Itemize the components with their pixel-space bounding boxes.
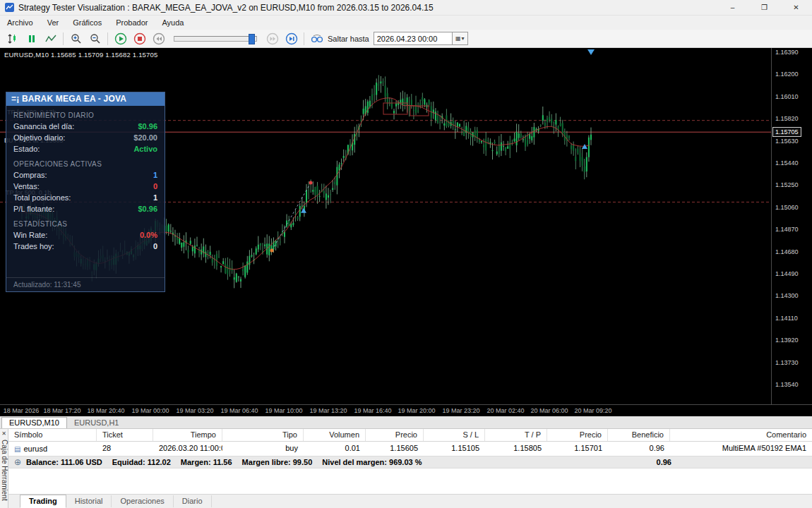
- col-precio: Precio: [366, 429, 424, 441]
- time-axis-label: 18 Mar 17:20: [43, 407, 80, 414]
- ea-panel-row: Total posiciones:1: [6, 192, 165, 203]
- ea-panel-row: P/L flotante:$0.96: [6, 203, 165, 214]
- tab-trading[interactable]: Trading: [20, 495, 66, 508]
- menu-ayuda[interactable]: Ayuda: [155, 17, 191, 28]
- menu-ver[interactable]: Ver: [40, 17, 66, 28]
- toolbar-separator: [304, 32, 304, 45]
- ea-updated-time: Actualizado: 11:31:45: [6, 277, 165, 291]
- speed-slider-handle[interactable]: [249, 34, 255, 44]
- ea-section-stats: ESTADÍSTICAS: [13, 220, 157, 228]
- skip-to-end-icon: [285, 32, 298, 45]
- close-button[interactable]: ✕: [780, 0, 812, 16]
- ea-section-operations: OPERACIONES ACTIVAS: [13, 160, 157, 168]
- toolbox-panel: ✕ Caja de Herramient Símbolo Ticket Tiem…: [0, 429, 812, 508]
- total-profit-value: 0.96: [657, 458, 671, 466]
- time-axis-label: 19 Mar 23:20: [442, 407, 479, 414]
- calendar-dropdown-button[interactable]: ▦▾: [453, 32, 468, 45]
- menu-probador[interactable]: Probador: [109, 17, 155, 28]
- rewind-button[interactable]: [149, 30, 168, 47]
- pause-icon: [27, 34, 37, 44]
- jump-to-label: Saltar hasta: [328, 35, 369, 43]
- trade-row[interactable]: ▤eurusd 28 2026.03.20 11:00:00 buy 0.01 …: [8, 442, 812, 456]
- chart-scale-button[interactable]: [3, 30, 22, 47]
- chart-tab-bar: EURUSD,M10 EURUSD,H1: [0, 416, 812, 429]
- ea-dashboard-panel: =¡ BARAK MEGA EA - JOVA RENDIMIENTO DIAR…: [6, 92, 165, 292]
- tab-diario[interactable]: Diario: [174, 495, 212, 507]
- balance-value: Balance: 111.06 USD: [26, 458, 102, 466]
- chart-tab-eurusd-m10[interactable]: EURUSD,M10: [1, 417, 67, 428]
- menu-graficos[interactable]: Gráficos: [66, 17, 109, 28]
- indicator-button[interactable]: [41, 30, 60, 47]
- chart-tab-eurusd-h1[interactable]: EURUSD,H1: [67, 418, 126, 428]
- time-axis-label: 19 Mar 20:00: [398, 407, 435, 414]
- ea-panel-row: Trades hoy:0: [6, 241, 165, 252]
- ea-panel-row: Ventas:0: [6, 181, 165, 192]
- time-axis-label: 19 Mar 00:00: [131, 407, 169, 414]
- time-axis-label: 19 Mar 16:40: [354, 407, 391, 414]
- price-axis-label: 1.13730: [775, 359, 799, 366]
- trade-type: buy: [222, 442, 304, 456]
- chart-scale-icon: [7, 33, 18, 44]
- col-beneficio: Beneficio: [608, 429, 670, 441]
- trade-time: 2026.03.20 11:00:00: [153, 442, 222, 456]
- tab-historial[interactable]: Historial: [66, 495, 112, 507]
- calendar-icon: ▦: [455, 35, 461, 42]
- step-forward-button[interactable]: [263, 30, 282, 47]
- price-axis-label: 1.14870: [775, 226, 799, 233]
- time-axis-label: 19 Mar 03:20: [176, 407, 213, 414]
- ea-section-daily: RENDIMIENTO DIARIO: [13, 111, 157, 119]
- ea-panel-row: Ganancia del día:$0.96: [6, 121, 165, 132]
- time-axis-label: 20 Mar 06:00: [530, 407, 568, 414]
- tab-operaciones[interactable]: Operaciones: [112, 495, 173, 507]
- time-axis-label: 19 Mar 13:20: [309, 407, 347, 414]
- time-axis[interactable]: 18 Mar 202618 Mar 17:2018 Mar 20:4019 Ma…: [0, 404, 812, 416]
- skip-to-end-button[interactable]: [282, 30, 301, 47]
- time-axis-label: 20 Mar 09:20: [574, 407, 611, 414]
- time-axis-label: 19 Mar 06:40: [220, 407, 258, 414]
- stop-icon: [133, 32, 146, 45]
- chart-area[interactable]: EURUSD,M10 1.15685 1.15709 1.15682 1.157…: [0, 48, 812, 416]
- jump-to-button[interactable]: [307, 30, 326, 47]
- play-button[interactable]: [111, 30, 130, 47]
- trade-comment: MultiEMA #50192 EMA1: [670, 442, 812, 456]
- trade-profit: 0.96: [608, 442, 670, 456]
- toolbar: Saltar hasta ▦▾: [0, 30, 812, 48]
- price-axis-label: 1.14110: [775, 315, 798, 322]
- menu-archivo[interactable]: Archivo: [0, 17, 40, 28]
- speed-slider[interactable]: [174, 36, 257, 42]
- zoom-in-button[interactable]: [66, 30, 85, 47]
- maximize-button[interactable]: ❐: [748, 0, 780, 16]
- play-icon: [114, 32, 127, 45]
- menubar: Archivo Ver Gráficos Probador Ayuda: [0, 16, 812, 30]
- toolbox-side-label: Caja de Herramient: [0, 440, 8, 501]
- trades-table-header: Símbolo Ticket Tiempo Tipo Volumen Preci…: [8, 429, 812, 442]
- current-price-tag: 1.15705: [772, 127, 801, 137]
- ea-panel-title: =¡ BARAK MEGA EA - JOVA: [6, 92, 165, 106]
- account-icon: ⊕: [14, 457, 21, 467]
- trade-open-price: 1.15605: [366, 442, 424, 456]
- price-axis-label: 1.16200: [775, 71, 799, 78]
- col-comentario: Comentario: [670, 429, 812, 441]
- binoculars-icon: [311, 33, 323, 44]
- toolbox-tab-bar: Trading Historial Operaciones Diario: [8, 494, 812, 508]
- zoom-out-button[interactable]: [85, 30, 105, 47]
- pause-button[interactable]: [22, 30, 41, 47]
- ea-panel-row: Estado:Activo: [6, 143, 165, 155]
- jump-date-input[interactable]: [374, 32, 453, 45]
- stop-button[interactable]: [130, 30, 149, 47]
- minimize-button[interactable]: –: [717, 0, 748, 16]
- app-icon: [5, 3, 14, 12]
- price-axis[interactable]: 1.15705 1.163901.162001.160101.158201.15…: [771, 48, 812, 404]
- toolbox-close-icon[interactable]: ✕: [0, 429, 8, 438]
- margin-level-value: Nivel del margen: 969.03 %: [322, 458, 422, 466]
- price-axis-label: 1.15820: [775, 115, 799, 122]
- equity-value: Equidad: 112.02: [112, 458, 171, 466]
- chart-ohlc-header: EURUSD,M10 1.15685 1.15709 1.15682 1.157…: [4, 51, 158, 59]
- price-axis-label: 1.16390: [775, 49, 799, 56]
- margin-value: Margen: 11.56: [181, 458, 232, 466]
- col-tp: T / P: [485, 429, 547, 441]
- trade-sl: 1.15105: [424, 442, 485, 456]
- step-forward-icon: [266, 32, 279, 45]
- price-axis-label: 1.14680: [775, 248, 799, 255]
- toolbar-separator: [107, 32, 108, 45]
